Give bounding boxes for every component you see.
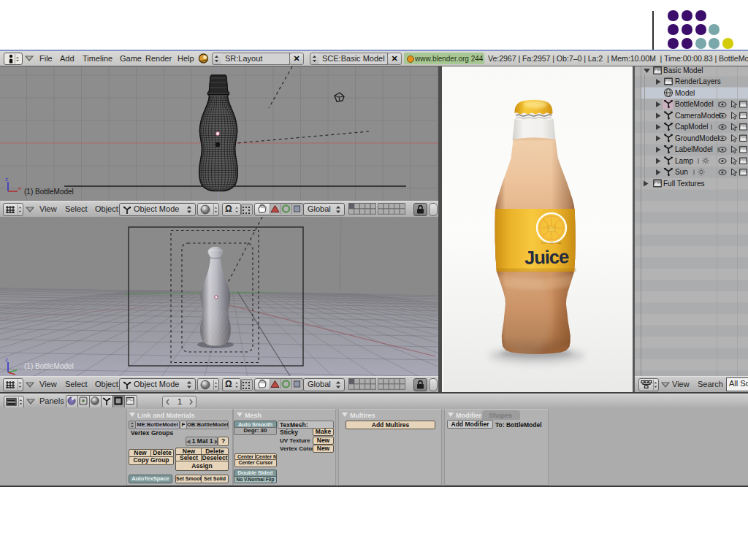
svg-text:x: x <box>18 185 21 191</box>
svg-text:100% NATURAL: 100% NATURAL <box>541 241 562 245</box>
svg-text:z: z <box>5 356 8 363</box>
svg-text:Juice: Juice <box>524 246 570 268</box>
svg-text:z: z <box>5 176 8 183</box>
